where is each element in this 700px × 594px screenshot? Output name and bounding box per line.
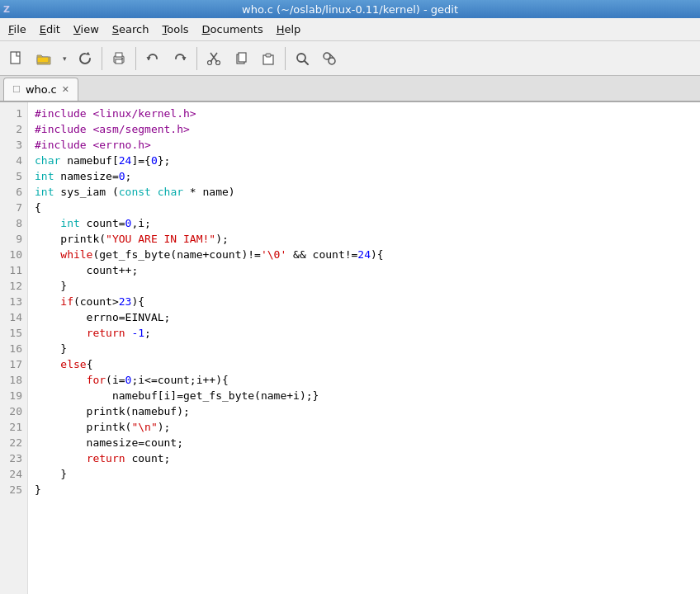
cut-button[interactable] bbox=[201, 45, 227, 72]
svg-rect-1 bbox=[37, 57, 49, 63]
new-button[interactable] bbox=[3, 45, 30, 72]
open-dropdown[interactable]: ▾ bbox=[58, 45, 71, 72]
toolbar-separator-2 bbox=[135, 47, 136, 70]
svg-rect-13 bbox=[266, 54, 271, 57]
window-title: who.c (~/oslab/linux-0.11/kernel) - gedi… bbox=[242, 3, 458, 16]
toolbar-separator-1 bbox=[102, 47, 102, 70]
undo-button[interactable] bbox=[140, 45, 166, 72]
title-bar: Z who.c (~/oslab/linux-0.11/kernel) - ge… bbox=[0, 0, 700, 18]
toolbar: ▾ bbox=[0, 41, 700, 76]
svg-rect-0 bbox=[11, 52, 20, 64]
print-button[interactable] bbox=[106, 45, 132, 72]
toolbar-separator-4 bbox=[285, 47, 286, 70]
svg-line-15 bbox=[305, 61, 308, 64]
open-button[interactable] bbox=[31, 45, 57, 72]
menu-documents[interactable]: Documents bbox=[196, 20, 270, 39]
svg-rect-4 bbox=[116, 59, 122, 64]
menu-tools[interactable]: Tools bbox=[156, 20, 196, 39]
wm-icon: Z bbox=[3, 4, 10, 15]
svg-rect-3 bbox=[116, 53, 122, 57]
menu-bar: File Edit View Search Tools Documents He… bbox=[0, 18, 700, 41]
tab-file-icon: ☐ bbox=[12, 84, 21, 95]
line-numbers: 12345 678910 1112131415 1617181920 21222… bbox=[0, 102, 28, 594]
replace-button[interactable] bbox=[316, 45, 343, 72]
tab-bar: ☐ who.c ✕ bbox=[0, 76, 700, 102]
tab-close-button[interactable]: ✕ bbox=[62, 84, 69, 95]
svg-point-9 bbox=[216, 60, 220, 64]
tab-who-c[interactable]: ☐ who.c ✕ bbox=[3, 78, 78, 101]
menu-search[interactable]: Search bbox=[106, 20, 156, 39]
menu-edit[interactable]: Edit bbox=[33, 20, 67, 39]
revert-button[interactable] bbox=[72, 45, 98, 72]
menu-view[interactable]: View bbox=[67, 20, 106, 39]
code-text[interactable]: #include <linux/kernel.h> #include <asm/… bbox=[28, 102, 700, 594]
svg-rect-11 bbox=[239, 53, 246, 62]
menu-file[interactable]: File bbox=[2, 20, 33, 39]
menu-help[interactable]: Help bbox=[270, 20, 308, 39]
find-button[interactable] bbox=[289, 45, 315, 72]
paste-button[interactable] bbox=[255, 45, 281, 72]
redo-button[interactable] bbox=[167, 45, 193, 72]
code-editor[interactable]: 12345 678910 1112131415 1617181920 21222… bbox=[0, 102, 700, 594]
svg-point-5 bbox=[121, 58, 123, 59]
tab-label: who.c bbox=[26, 83, 57, 96]
toolbar-separator-3 bbox=[196, 47, 197, 70]
svg-point-8 bbox=[208, 60, 212, 64]
copy-button[interactable] bbox=[228, 45, 254, 72]
